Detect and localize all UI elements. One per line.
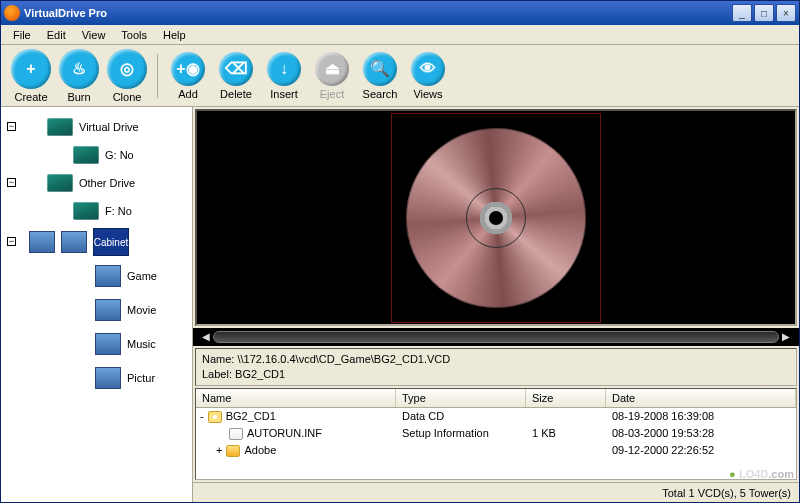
tree-other-drive[interactable]: Other Drive — [79, 177, 135, 189]
add-icon: +◉ — [171, 52, 205, 86]
col-name[interactable]: Name — [196, 389, 396, 407]
menubar: File Edit View Tools Help — [1, 25, 799, 45]
drive-icon — [73, 146, 99, 164]
table-row[interactable]: -BG2_CD1Data CD08-19-2008 16:39:08 — [196, 408, 796, 425]
drive-icon — [47, 174, 73, 192]
preview-scrollbar[interactable]: ◀ ▶ — [193, 328, 799, 346]
insert-button[interactable]: ↓Insert — [260, 50, 308, 102]
disc-frame — [391, 113, 601, 323]
delete-button[interactable]: ⌫Delete — [212, 50, 260, 102]
menu-help[interactable]: Help — [155, 27, 194, 43]
add-button[interactable]: +◉Add — [164, 50, 212, 102]
menu-edit[interactable]: Edit — [39, 27, 74, 43]
eject-button: ⏏Eject — [308, 50, 356, 102]
menu-file[interactable]: File — [5, 27, 39, 43]
close-button[interactable]: × — [776, 4, 796, 22]
status-text: Total 1 VCD(s), 5 Tower(s) — [662, 487, 791, 499]
info-label-label: Label: — [202, 368, 232, 380]
eye-icon: 👁 — [411, 52, 445, 86]
tree-game[interactable]: Game — [127, 270, 157, 282]
disc-icon — [208, 411, 222, 423]
tree-f-drive[interactable]: F: No — [105, 205, 132, 217]
tree-movie[interactable]: Movie — [127, 304, 156, 316]
menu-tools[interactable]: Tools — [113, 27, 155, 43]
col-date[interactable]: Date — [606, 389, 796, 407]
folder-icon — [95, 299, 121, 321]
drive-icon — [73, 202, 99, 220]
tree-music[interactable]: Music — [127, 338, 156, 350]
folder-icon — [226, 445, 240, 457]
eject-icon: ⏏ — [315, 52, 349, 86]
views-button[interactable]: 👁Views — [404, 50, 452, 102]
collapse-icon[interactable]: − — [7, 178, 16, 187]
tree-virtual-drive[interactable]: Virtual Drive — [79, 121, 139, 133]
toolbar: +Create ♨Burn ◎Clone +◉Add ⌫Delete ↓Inse… — [1, 45, 799, 107]
window-title: VirtualDrive Pro — [24, 7, 732, 19]
titlebar: VirtualDrive Pro _ □ × — [1, 1, 799, 25]
table-row[interactable]: +Adobe09-12-2000 22:26:52 — [196, 442, 796, 459]
disc-icon: ◎ — [107, 49, 147, 89]
create-button[interactable]: +Create — [7, 47, 55, 105]
app-icon — [4, 5, 20, 21]
tree-g-drive[interactable]: G: No — [105, 149, 134, 161]
file-icon — [229, 428, 243, 440]
folder-icon — [29, 231, 55, 253]
scroll-track[interactable] — [213, 331, 779, 343]
scroll-right-icon[interactable]: ▶ — [779, 330, 793, 344]
collapse-icon[interactable]: − — [7, 237, 16, 246]
fire-icon: ♨ — [59, 49, 99, 89]
insert-icon: ↓ — [267, 52, 301, 86]
plus-icon: + — [11, 49, 51, 89]
tree-cabinet[interactable]: Cabinet — [93, 228, 129, 256]
folder-icon — [61, 231, 87, 253]
file-list-header[interactable]: Name Type Size Date — [196, 389, 796, 408]
col-type[interactable]: Type — [396, 389, 526, 407]
search-button[interactable]: 🔍Search — [356, 50, 404, 102]
drive-icon — [47, 118, 73, 136]
tree-picture[interactable]: Pictur — [127, 372, 155, 384]
info-label-value: BG2_CD1 — [235, 368, 285, 380]
delete-icon: ⌫ — [219, 52, 253, 86]
preview-pane — [195, 109, 797, 326]
folder-icon — [95, 367, 121, 389]
burn-button[interactable]: ♨Burn — [55, 47, 103, 105]
watermark: ● LO4D.com — [729, 467, 794, 481]
minimize-button[interactable]: _ — [732, 4, 752, 22]
menu-view[interactable]: View — [74, 27, 114, 43]
collapse-icon[interactable]: − — [7, 122, 16, 131]
clone-button[interactable]: ◎Clone — [103, 47, 151, 105]
folder-icon — [95, 333, 121, 355]
toolbar-separator — [157, 54, 158, 98]
file-list[interactable]: Name Type Size Date -BG2_CD1Data CD08-19… — [195, 388, 797, 480]
tree-panel[interactable]: −Virtual Drive G: No −Other Drive F: No … — [1, 107, 193, 502]
info-name-value: \\172.16.0.4\vcd\CD_Game\BG2_CD1.VCD — [237, 353, 450, 365]
info-panel: Name: \\172.16.0.4\vcd\CD_Game\BG2_CD1.V… — [195, 348, 797, 386]
maximize-button[interactable]: □ — [754, 4, 774, 22]
info-name-label: Name: — [202, 353, 234, 365]
status-bar: Total 1 VCD(s), 5 Tower(s) — [193, 482, 799, 502]
table-row[interactable]: AUTORUN.INFSetup Information1 KB08-03-20… — [196, 425, 796, 442]
scroll-left-icon[interactable]: ◀ — [199, 330, 213, 344]
disc-icon — [406, 128, 586, 308]
col-size[interactable]: Size — [526, 389, 606, 407]
folder-icon — [95, 265, 121, 287]
search-icon: 🔍 — [363, 52, 397, 86]
